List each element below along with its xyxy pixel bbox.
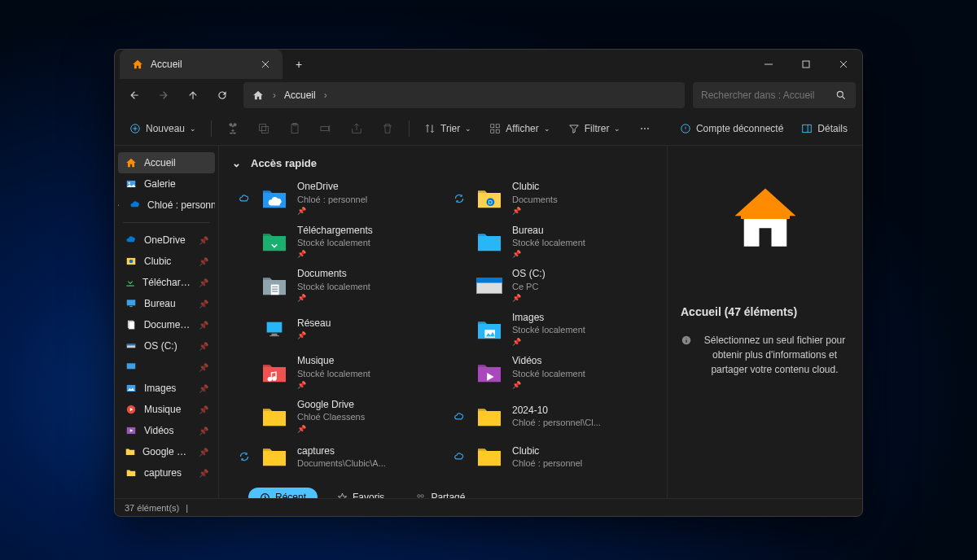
sidebar-item-label: Téléchargements bbox=[142, 277, 192, 288]
details-preview bbox=[668, 146, 862, 292]
quick-item[interactable]: OneDriveChloé : personnel📌 bbox=[232, 177, 439, 220]
status-icon bbox=[452, 193, 467, 204]
sidebar-item-vidos[interactable]: Vidéos📌 bbox=[118, 420, 215, 441]
quick-item[interactable]: capturesDocuments\Clubic\A... bbox=[232, 439, 439, 475]
quick-item[interactable]: OS (C:)Ce PC📌 bbox=[447, 265, 654, 307]
sidebar-item-label: Chloé : personnel bbox=[147, 199, 215, 211]
tab-recent[interactable]: Récent bbox=[248, 488, 318, 498]
folder-icon bbox=[125, 445, 136, 458]
tab-favorites[interactable]: Favoris bbox=[326, 488, 396, 498]
quick-item[interactable]: ImagesStocké localement📌 bbox=[447, 308, 654, 351]
back-button[interactable] bbox=[121, 82, 147, 108]
chevron-right-icon: › bbox=[324, 90, 327, 101]
search-box[interactable] bbox=[693, 82, 856, 108]
item-name: OS (C:) bbox=[512, 268, 545, 281]
delete-button[interactable] bbox=[375, 116, 401, 141]
videos-icon bbox=[125, 424, 138, 437]
quick-item[interactable]: BureauStocké localement📌 bbox=[447, 221, 654, 264]
pin-icon: 📌 bbox=[199, 448, 208, 457]
account-button[interactable]: Compte déconnecté bbox=[673, 116, 790, 141]
view-button[interactable]: Afficher⌄ bbox=[483, 116, 556, 141]
sidebar-item-chlopersonnel[interactable]: ›Chloé : personnel bbox=[118, 195, 215, 216]
new-tab-button[interactable]: + bbox=[283, 58, 315, 71]
sidebar-item-googledrive[interactable]: Google Drive📌 bbox=[118, 441, 215, 462]
item-subtitle: Chloé : personnel bbox=[297, 194, 367, 205]
item-name: Clubic bbox=[512, 445, 582, 458]
sidebar-item-onedrive[interactable]: OneDrive📌 bbox=[118, 230, 215, 251]
toolbar: Nouveau ⌄ Trier⌄ Afficher⌄ Filtrer⌄ ⋯ Co… bbox=[115, 112, 862, 146]
svg-rect-8 bbox=[491, 124, 494, 127]
status-icon bbox=[237, 451, 252, 462]
quick-item[interactable]: Google DriveChloé Claessens📌 bbox=[232, 396, 439, 438]
svg-rect-32 bbox=[272, 333, 278, 335]
sidebar-item-musique[interactable]: Musique📌 bbox=[118, 399, 215, 420]
documents-icon bbox=[125, 318, 138, 331]
onedrive-icon bbox=[125, 234, 138, 247]
download-icon bbox=[125, 276, 136, 289]
quick-item[interactable]: TéléchargementsStocké localement📌 bbox=[232, 221, 439, 264]
search-input[interactable] bbox=[701, 90, 831, 101]
refresh-button[interactable] bbox=[209, 82, 235, 108]
quick-item[interactable]: 2024-10Chloé : personnel\Cl... bbox=[447, 396, 654, 438]
section-header-quickaccess[interactable]: ⌄ Accès rapide bbox=[232, 157, 654, 169]
sidebar-item-item[interactable]: 📌 bbox=[118, 357, 215, 378]
svg-rect-13 bbox=[803, 125, 812, 132]
sidebar-item-captures[interactable]: captures📌 bbox=[118, 462, 215, 483]
tab-shared[interactable]: Partagé bbox=[404, 488, 476, 498]
sidebar-item-bureau[interactable]: Bureau📌 bbox=[118, 293, 215, 314]
tabs-row: ⌄ Récent Favoris Partagé bbox=[232, 488, 654, 498]
sort-button[interactable]: Trier⌄ bbox=[418, 116, 478, 141]
chevron-down-icon[interactable]: ⌄ bbox=[232, 492, 240, 498]
sidebar-item-label: Accueil bbox=[144, 157, 176, 168]
quick-item[interactable]: VidéosStocké localement📌 bbox=[447, 352, 654, 394]
up-button[interactable] bbox=[180, 82, 206, 108]
share-button[interactable] bbox=[344, 116, 370, 141]
sidebar-item-galerie[interactable]: Galerie bbox=[118, 173, 215, 195]
sidebar-item-images[interactable]: Images📌 bbox=[118, 378, 215, 399]
paste-button[interactable] bbox=[282, 116, 308, 141]
sidebar-item-osc[interactable]: OS (C:)📌 bbox=[118, 335, 215, 357]
pin-icon: 📌 bbox=[199, 257, 208, 266]
minimize-button[interactable] bbox=[750, 50, 787, 79]
sidebar-item-accueil[interactable]: Accueil bbox=[118, 152, 215, 173]
search-icon bbox=[835, 89, 848, 102]
pin-icon: 📌 bbox=[512, 250, 585, 260]
quick-item[interactable]: ClubicChloé : personnel bbox=[447, 439, 654, 475]
quick-item[interactable]: DClubicDocuments📌 bbox=[447, 177, 654, 220]
filter-button[interactable]: Filtrer⌄ bbox=[562, 116, 628, 141]
tab-accueil[interactable]: Accueil bbox=[120, 50, 283, 79]
copy-button[interactable] bbox=[251, 116, 277, 141]
chevron-down-icon[interactable]: ⌄ bbox=[232, 157, 241, 169]
svg-rect-11 bbox=[496, 129, 499, 133]
chevron-right-icon[interactable]: › bbox=[118, 201, 119, 209]
pin-icon: 📌 bbox=[512, 207, 558, 217]
close-button[interactable] bbox=[825, 50, 862, 79]
pin-icon: 📌 bbox=[199, 363, 208, 372]
sidebar-item-clubic[interactable]: Clubic📌 bbox=[118, 251, 215, 272]
item-subtitle: Chloé : personnel\Cl... bbox=[512, 417, 601, 428]
quick-item[interactable]: MusiqueStocké localement📌 bbox=[232, 352, 439, 394]
cut-button[interactable] bbox=[220, 116, 246, 141]
rename-button[interactable] bbox=[313, 116, 339, 141]
maximize-button[interactable] bbox=[787, 50, 825, 79]
sidebar-item-tlchargements[interactable]: Téléchargements📌 bbox=[118, 272, 215, 293]
new-button[interactable]: Nouveau ⌄ bbox=[123, 116, 203, 141]
quick-access-grid: OneDriveChloé : personnel📌DClubicDocumen… bbox=[232, 177, 654, 475]
details-button[interactable]: Détails bbox=[795, 116, 854, 141]
quick-item[interactable]: DocumentsStocké localement📌 bbox=[232, 265, 439, 307]
breadcrumb[interactable]: › Accueil › bbox=[243, 82, 685, 108]
breadcrumb-home-icon bbox=[252, 89, 265, 102]
item-name: Google Drive bbox=[297, 399, 365, 412]
videos-folder-icon bbox=[475, 358, 504, 387]
window-controls bbox=[750, 50, 862, 79]
quick-item[interactable]: Réseau📌 bbox=[232, 308, 439, 351]
svg-point-1 bbox=[837, 91, 843, 97]
network-icon bbox=[260, 315, 289, 344]
more-button[interactable]: ⋯ bbox=[632, 116, 658, 141]
onedrive-icon bbox=[129, 199, 141, 212]
sidebar-item-documents[interactable]: Documents📌 bbox=[118, 314, 215, 335]
breadcrumb-current[interactable]: Accueil bbox=[284, 90, 316, 101]
svg-rect-18 bbox=[127, 300, 136, 305]
forward-button[interactable] bbox=[151, 82, 177, 108]
tab-close-button[interactable] bbox=[256, 57, 274, 72]
